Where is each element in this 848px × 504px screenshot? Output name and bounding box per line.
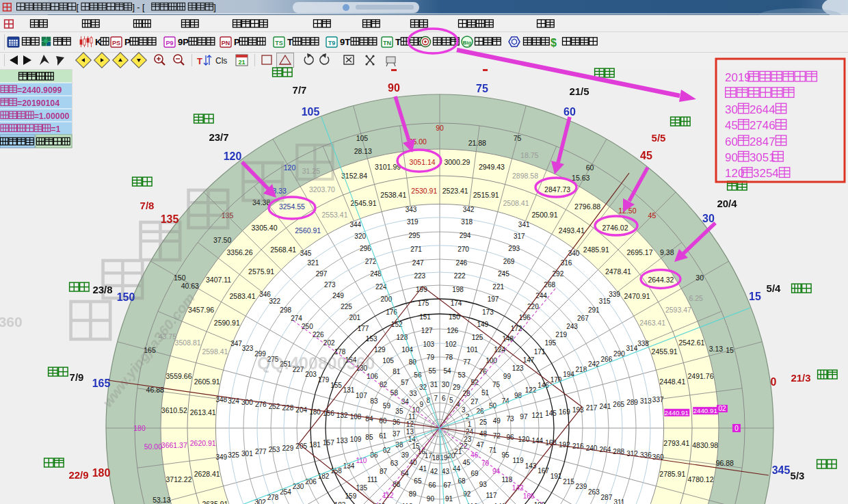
svg-text:177: 177 <box>358 325 369 332</box>
svg-text:45: 45 <box>640 150 652 161</box>
svg-text:0: 0 <box>734 425 739 432</box>
svg-text:2598.41: 2598.41 <box>202 347 228 356</box>
svg-text:345: 345 <box>300 250 312 257</box>
svg-text:20/4: 20/4 <box>717 198 737 209</box>
svg-text:135: 135 <box>161 213 179 225</box>
svg-text:=1.00000: =1.00000 <box>34 111 70 121</box>
svg-text:2590.91: 2590.91 <box>214 319 240 327</box>
svg-text:96.88: 96.88 <box>716 459 734 467</box>
svg-text:67: 67 <box>443 481 451 489</box>
svg-text:3661.37: 3661.37 <box>161 441 187 449</box>
svg-text:3: 3 <box>462 406 466 414</box>
svg-text:P9: P9 <box>165 40 173 47</box>
svg-text:97: 97 <box>520 413 528 421</box>
svg-text:198: 198 <box>452 286 464 293</box>
svg-text:229: 229 <box>282 445 294 452</box>
svg-text:245: 245 <box>498 270 509 278</box>
svg-text:70: 70 <box>481 460 490 467</box>
svg-text:105: 105 <box>382 357 394 364</box>
svg-text:41: 41 <box>419 465 427 473</box>
svg-text:125: 125 <box>472 334 483 341</box>
svg-text:2553.41: 2553.41 <box>322 211 348 219</box>
svg-text:344: 344 <box>349 221 361 228</box>
svg-text:60: 60 <box>725 135 738 148</box>
svg-text:5/4: 5/4 <box>767 282 782 294</box>
svg-text:9.38: 9.38 <box>660 248 674 256</box>
svg-text:2583.41: 2583.41 <box>230 292 256 300</box>
svg-text:317: 317 <box>514 233 525 240</box>
svg-text:0: 0 <box>771 376 777 388</box>
svg-text:221: 221 <box>492 283 504 291</box>
svg-text:175: 175 <box>418 300 429 307</box>
svg-text:7/9: 7/9 <box>70 371 84 383</box>
svg-text:4780.12: 4780.12 <box>688 475 714 483</box>
svg-text:165: 165 <box>92 377 111 389</box>
svg-text:40.63: 40.63 <box>181 282 199 290</box>
svg-text:3712.22: 3712.22 <box>166 475 192 483</box>
svg-text:293: 293 <box>508 245 520 252</box>
svg-text:273: 273 <box>324 281 336 289</box>
svg-text:28.13: 28.13 <box>354 147 372 155</box>
svg-text:71: 71 <box>489 447 497 454</box>
svg-text:340: 340 <box>568 250 580 257</box>
svg-text:93: 93 <box>479 481 488 488</box>
svg-text:7/7: 7/7 <box>293 84 307 96</box>
svg-text:132: 132 <box>336 412 348 419</box>
svg-text:65: 65 <box>414 477 422 485</box>
svg-text:30: 30 <box>442 381 450 388</box>
svg-text:296: 296 <box>360 245 371 252</box>
svg-text:289: 289 <box>626 399 638 406</box>
svg-text:196: 196 <box>519 314 531 321</box>
svg-text:119: 119 <box>513 457 524 464</box>
svg-text:25: 25 <box>479 419 488 426</box>
svg-text:54: 54 <box>443 367 451 375</box>
svg-text:269: 269 <box>503 258 515 265</box>
svg-text:TS: TS <box>275 40 283 47</box>
svg-text:30: 30 <box>695 274 704 282</box>
svg-text:9T: 9T <box>340 37 350 47</box>
svg-text:226: 226 <box>313 331 324 339</box>
svg-text:2523.41: 2523.41 <box>442 187 468 195</box>
svg-text:11: 11 <box>408 413 416 421</box>
svg-text:3.13: 3.13 <box>709 345 724 353</box>
svg-text:2785.91: 2785.91 <box>659 470 685 478</box>
svg-text:180: 180 <box>92 467 111 479</box>
svg-text:82: 82 <box>380 381 388 388</box>
svg-text:2515.91: 2515.91 <box>473 191 499 199</box>
svg-text:23: 23 <box>464 436 472 443</box>
svg-text:6: 6 <box>442 395 446 402</box>
svg-text:2628.41: 2628.41 <box>194 470 220 478</box>
svg-text:75: 75 <box>476 83 488 94</box>
svg-text:3051.14: 3051.14 <box>410 158 436 166</box>
svg-text:50.00: 50.00 <box>144 442 162 451</box>
svg-text:57: 57 <box>401 379 409 386</box>
svg-text:PS: PS <box>112 40 120 47</box>
svg-text:2575.91: 2575.91 <box>248 267 274 276</box>
svg-text:339: 339 <box>609 291 620 298</box>
svg-text:117: 117 <box>486 492 497 499</box>
svg-text:T: T <box>395 37 401 47</box>
svg-text:192: 192 <box>559 441 570 449</box>
svg-text:2746: 2746 <box>750 119 776 132</box>
svg-text:129: 129 <box>374 346 386 354</box>
svg-text:105: 105 <box>302 106 320 118</box>
svg-text:84: 84 <box>365 415 373 423</box>
svg-text:247: 247 <box>412 259 424 267</box>
svg-text:191: 191 <box>551 473 562 480</box>
svg-text:2560.91: 2560.91 <box>295 226 321 235</box>
svg-text:318: 318 <box>461 218 473 226</box>
svg-text:23/8: 23/8 <box>92 284 112 295</box>
svg-text:2568.41: 2568.41 <box>270 246 296 254</box>
svg-text:43: 43 <box>442 468 450 475</box>
svg-text:103: 103 <box>423 341 434 348</box>
svg-text:182: 182 <box>318 473 330 480</box>
svg-text:PN: PN <box>222 40 230 47</box>
svg-text:60: 60 <box>564 106 576 118</box>
svg-text:18.75: 18.75 <box>520 151 538 159</box>
svg-text:202: 202 <box>323 339 335 347</box>
svg-text:2500.91: 2500.91 <box>532 211 558 219</box>
svg-text:183: 183 <box>334 501 346 504</box>
svg-text:157: 157 <box>323 439 334 447</box>
svg-text:31.25: 31.25 <box>302 167 320 175</box>
svg-text:215: 215 <box>563 478 574 486</box>
